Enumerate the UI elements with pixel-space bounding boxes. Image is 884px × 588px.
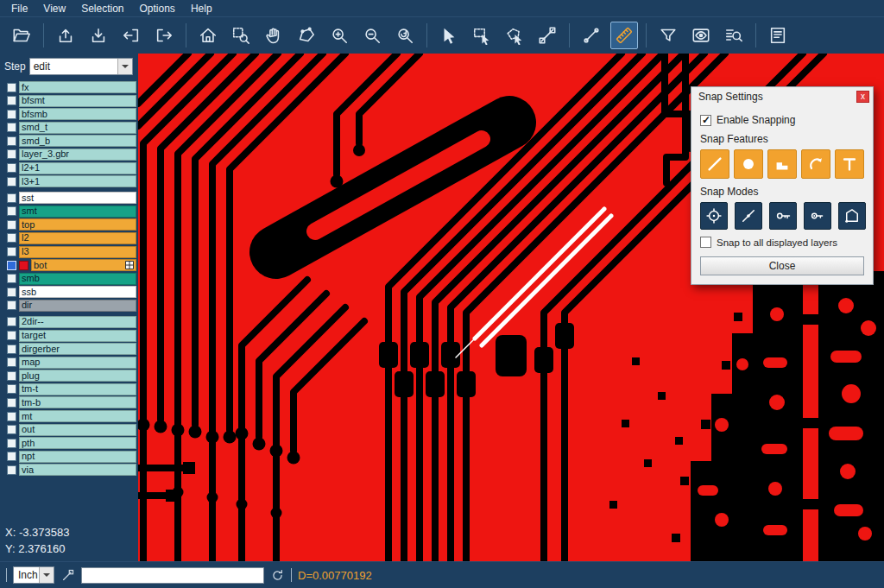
layer-checkbox[interactable] (7, 345, 16, 354)
search-text-button[interactable] (720, 22, 748, 49)
layer-label[interactable]: target (19, 330, 136, 342)
layer-row-l3[interactable]: l3 (2, 246, 136, 258)
layer-checkbox[interactable] (7, 177, 16, 187)
chevron-down-icon[interactable] (117, 59, 132, 74)
measure-angle-icon[interactable] (60, 568, 75, 583)
layer-checkbox[interactable] (7, 163, 16, 173)
zoom-out-button[interactable] (358, 22, 386, 49)
layer-label[interactable]: tm-t (19, 383, 136, 395)
enable-snapping-checkbox[interactable] (700, 115, 711, 126)
layer-row-fx[interactable]: fx (2, 81, 136, 93)
layer-checkbox[interactable] (7, 96, 16, 105)
open-folder-button[interactable] (8, 22, 35, 49)
snap-line-button[interactable] (700, 149, 729, 179)
layer-label[interactable]: 2dir-- (19, 316, 136, 328)
layer-checkbox[interactable] (7, 357, 16, 367)
layer-row-l2+1[interactable]: l2+1 (2, 162, 136, 174)
select-polygon-button[interactable] (501, 22, 528, 49)
menu-item-view[interactable]: View (35, 2, 73, 16)
layer-label[interactable]: pth (19, 437, 136, 449)
layer-checkbox[interactable] (7, 384, 16, 394)
enable-snapping-row[interactable]: Enable Snapping (700, 114, 864, 126)
layer-label[interactable]: l3 (19, 246, 136, 258)
layer-row-ssb[interactable]: ssb (2, 286, 136, 298)
zoom-reset-button[interactable] (391, 22, 419, 49)
layer-checkbox[interactable] (7, 193, 16, 203)
layer-label[interactable]: smb (19, 273, 136, 285)
layer-checkbox[interactable] (7, 288, 16, 297)
snap-key-alt-button[interactable] (804, 202, 831, 230)
measure-ruler-button[interactable] (610, 22, 638, 49)
layer-label[interactable]: bot (31, 259, 136, 271)
layer-label[interactable]: bfsmb (19, 108, 136, 120)
layer-checkbox[interactable] (7, 247, 16, 256)
layer-checkbox[interactable] (7, 398, 16, 408)
measure-line-button[interactable] (578, 22, 605, 49)
layer-label[interactable]: tm-b (19, 396, 136, 408)
home-button[interactable] (194, 22, 222, 49)
snap-arc-button[interactable] (801, 149, 830, 179)
layer-row-smb[interactable]: smb (2, 273, 136, 285)
layer-checkbox[interactable] (7, 317, 16, 326)
dialog-titlebar[interactable]: Snap Settings x (691, 87, 873, 106)
layer-checkbox[interactable] (7, 83, 16, 92)
layer-checkbox[interactable] (7, 233, 16, 243)
layer-row-via[interactable]: via (2, 464, 136, 476)
menu-item-file[interactable]: File (3, 2, 35, 16)
layer-label[interactable]: plug (19, 370, 136, 382)
refresh-icon[interactable] (270, 568, 285, 583)
export-right-button[interactable] (150, 22, 178, 49)
layer-label[interactable]: dir (19, 300, 136, 312)
layer-row-top[interactable]: top (2, 218, 136, 231)
layer-row-l2[interactable]: l2 (2, 232, 136, 244)
layer-label[interactable]: map (19, 357, 136, 369)
export-up-button[interactable] (52, 22, 79, 49)
layer-row-bfsmt[interactable]: bfsmt (2, 95, 136, 107)
highlight-eye-button[interactable] (687, 22, 715, 49)
step-dropdown[interactable]: edit (29, 58, 133, 75)
layer-row-smd_t[interactable]: smd_t (2, 122, 136, 134)
layer-label[interactable]: npt (19, 451, 136, 463)
select-window-button[interactable] (468, 22, 496, 49)
layer-checkbox[interactable] (7, 300, 16, 310)
layer-row-tm-t[interactable]: tm-t (2, 383, 136, 395)
layer-label[interactable]: smd_t (19, 122, 136, 134)
snap-all-layers-checkbox[interactable] (700, 237, 711, 248)
layer-row-npt[interactable]: npt (2, 451, 136, 463)
layer-checkbox[interactable] (7, 412, 16, 421)
import-left-button[interactable] (117, 22, 145, 49)
layer-label[interactable]: top (19, 218, 136, 231)
filter-funnel-button[interactable] (654, 22, 682, 49)
layer-row-bot[interactable]: bot (2, 259, 136, 271)
menu-item-help[interactable]: Help (183, 2, 220, 16)
layer-row-dirgerber[interactable]: dirgerber (2, 343, 136, 355)
layer-label[interactable]: dirgerber (19, 343, 136, 355)
layer-row-sst[interactable]: sst (2, 192, 136, 204)
import-down-button[interactable] (85, 22, 112, 49)
layer-row-2dir--[interactable]: 2dir-- (2, 316, 136, 328)
command-input[interactable] (81, 567, 264, 584)
menu-item-options[interactable]: Options (132, 2, 183, 16)
snap-entity-button[interactable] (735, 202, 762, 230)
snap-surface-button[interactable] (767, 149, 797, 179)
snap-text-button[interactable] (835, 149, 864, 179)
menu-item-selection[interactable]: Selection (73, 2, 131, 16)
layer-label[interactable]: via (19, 464, 136, 476)
layer-checkbox[interactable] (7, 452, 16, 461)
layer-checkbox[interactable] (7, 206, 16, 216)
report-list-button[interactable] (764, 22, 792, 49)
layer-label[interactable]: bfsmt (19, 95, 136, 107)
layer-row-plug[interactable]: plug (2, 370, 136, 382)
layer-checkbox[interactable] (7, 331, 16, 340)
close-icon[interactable]: x (856, 91, 869, 103)
snap-all-layers-row[interactable]: Snap to all displayed layers (700, 237, 864, 248)
layer-label[interactable]: layer_3.gbr (19, 149, 136, 161)
layer-checkbox[interactable] (7, 425, 16, 434)
snap-vertex-button[interactable] (838, 202, 866, 230)
layer-checkbox[interactable] (7, 220, 16, 230)
layer-label[interactable]: ssb (19, 286, 136, 298)
layer-label[interactable]: mt (19, 410, 136, 422)
layer-row-bfsmb[interactable]: bfsmb (2, 108, 136, 120)
layer-checkbox[interactable] (7, 136, 16, 146)
layer-checkbox[interactable] (7, 123, 16, 132)
